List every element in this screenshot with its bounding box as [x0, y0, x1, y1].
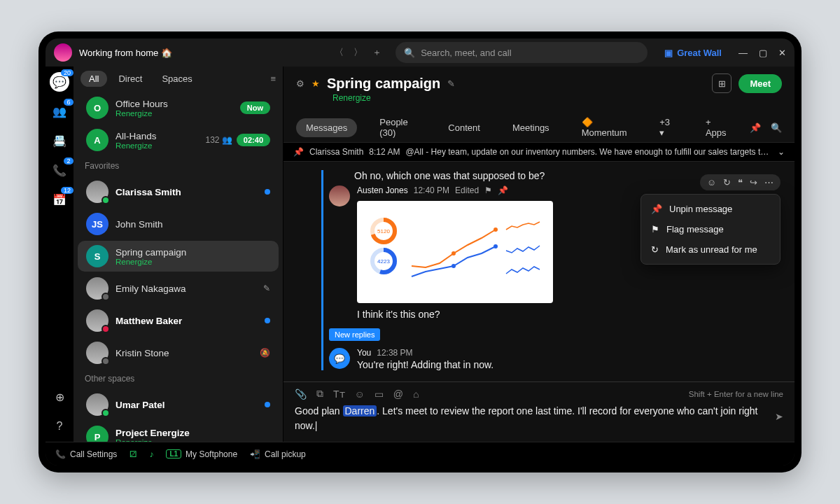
search-placeholder: Search, meet, and call	[421, 48, 511, 58]
space-tab[interactable]: People (30)	[370, 113, 426, 142]
sidebar-item[interactable]: JSJohn Smith	[78, 209, 279, 239]
reaction-icon[interactable]: ❝	[738, 177, 743, 188]
filter-icon[interactable]: ≡	[270, 74, 276, 84]
sidebar-tab-all[interactable]: All	[80, 71, 107, 87]
chart-attachment[interactable]: 5120 4223	[357, 201, 553, 303]
space-tab[interactable]: Meetings	[503, 118, 559, 137]
close-icon[interactable]: ✕	[778, 48, 786, 58]
reaction-icon[interactable]: ☺	[707, 177, 716, 188]
new-replies-badge[interactable]: New replies	[329, 328, 380, 341]
message-time: 12:38 PM	[377, 348, 412, 358]
apps-icon[interactable]: ⊞	[712, 74, 732, 93]
sidebar-tab-spaces[interactable]: Spaces	[153, 71, 200, 87]
avatar	[86, 181, 108, 203]
star-icon[interactable]: ★	[312, 78, 320, 89]
space-tab[interactable]: Messages	[296, 118, 357, 137]
format-icon[interactable]: Tᴛ	[333, 388, 345, 400]
pinned-author: Clarissa Smith	[309, 147, 363, 157]
softphone-button[interactable]: L1 My Softphone	[166, 449, 237, 459]
pinned-banner[interactable]: 📌 Clarissa Smith 8:12 AM @All - Hey team…	[284, 142, 794, 162]
nav-rail: 💬20👥6📇📞2📅12⊕?	[46, 66, 74, 442]
sidebar-item[interactable]: AAll-HandsRenergize132 👥02:40	[78, 125, 279, 155]
reaction-icon[interactable]: ↪	[750, 177, 757, 188]
search-icon: 🔍	[404, 48, 415, 58]
maximize-icon[interactable]: ▢	[759, 48, 767, 58]
search-input[interactable]: 🔍 Search, meet, and call	[396, 42, 648, 63]
audio-icon[interactable]: ♪	[149, 449, 153, 459]
avatar	[86, 277, 108, 300]
user-status[interactable]: Working from home 🏠	[79, 48, 172, 58]
nav-back-icon[interactable]: 〈	[335, 46, 344, 59]
unread-dot	[265, 318, 270, 323]
sidebar-item[interactable]: Kristin Stone🔕	[78, 337, 279, 368]
menu-icon: 📌	[651, 204, 662, 214]
screenshot-icon[interactable]: ⧉	[316, 388, 323, 400]
sidebar-item[interactable]: SSpring campaignRenergize	[78, 241, 279, 272]
attach-icon[interactable]: 📎	[295, 388, 307, 400]
self-avatar: 💬	[329, 348, 350, 369]
sidebar-tab-direct[interactable]: Direct	[110, 71, 150, 87]
user-avatar[interactable]	[54, 43, 72, 62]
reaction-icon[interactable]: ↻	[723, 177, 731, 188]
new-icon[interactable]: ＋	[372, 46, 382, 59]
avatar: P	[86, 426, 108, 442]
call-pickup-button[interactable]: 📲 Call pickup	[250, 449, 306, 459]
avatar: A	[86, 129, 108, 151]
item-name: Spring campaign	[115, 247, 263, 258]
pinned-time: 8:12 AM	[369, 147, 400, 157]
sidebar-item[interactable]: Matthew Baker	[78, 305, 279, 336]
message-author: Austen Jones	[357, 186, 408, 195]
section-label: Favorites	[74, 157, 283, 175]
mention-chip[interactable]: Darren	[343, 405, 377, 416]
teams-icon[interactable]: 👥6	[50, 102, 69, 121]
gif-icon[interactable]: ▭	[374, 388, 384, 400]
mention-icon[interactable]: @	[393, 388, 403, 400]
menu-item[interactable]: ⚑Flag message	[641, 219, 780, 239]
space-tab[interactable]: +3 ▾	[650, 113, 683, 142]
author-avatar[interactable]	[329, 186, 350, 206]
message-text: You're right! Adding that in now.	[357, 359, 782, 370]
org-icon: ▣	[664, 48, 673, 58]
space-header: ⚙ ★ Spring campaign ✎ ⊞ Meet Renergize M…	[284, 66, 794, 142]
bottom-bar: 📞 Call Settings ⚂ ♪ L1 My Softphone 📲 Ca…	[46, 442, 794, 465]
send-icon[interactable]: ➤	[775, 410, 783, 424]
org-switcher[interactable]: ▣ Great Wall	[664, 48, 722, 58]
nav-forward-icon[interactable]: 〉	[354, 46, 363, 59]
avatar: O	[86, 97, 108, 119]
minimize-icon[interactable]: —	[738, 48, 748, 58]
sidebar-tabs: AllDirectSpaces≡	[74, 66, 283, 91]
composer-input[interactable]: Good plan Darren. Let's meet to review t…	[295, 404, 783, 433]
sidebar-item[interactable]: Umar Patel	[78, 389, 279, 420]
edit-icon[interactable]: ✎	[447, 78, 455, 89]
call-settings-button[interactable]: 📞 Call Settings	[55, 449, 117, 459]
chevron-down-icon[interactable]: ⌄	[778, 147, 785, 157]
item-name: Kristin Stone	[115, 348, 253, 358]
calendar-icon[interactable]: 📅12	[50, 190, 69, 209]
sidebar-item[interactable]: Emily Nakagawa✎	[78, 273, 279, 304]
chat-icon[interactable]: 💬20	[50, 72, 69, 92]
bitmoji-icon[interactable]: ⌂	[413, 388, 419, 400]
search-space-icon[interactable]: 🔍	[771, 122, 782, 133]
gear-icon[interactable]: ⚙	[296, 78, 304, 89]
menu-item[interactable]: ↻Mark as unread for me	[641, 239, 780, 260]
contacts-icon[interactable]: 📇	[50, 131, 69, 150]
calls-icon[interactable]: 📞2	[50, 160, 69, 180]
message[interactable]: 💬 You 12:38 PM You're right! Adding that…	[329, 348, 782, 370]
dialpad-icon[interactable]: ⚂	[130, 449, 136, 459]
sidebar-item[interactable]: OOffice HoursRenergizeNow	[78, 92, 279, 123]
pin-list-icon[interactable]: 📌	[750, 122, 761, 133]
meet-button[interactable]: Meet	[738, 74, 782, 93]
tablet-frame: Working from home 🏠 〈 〉 ＋ 🔍 Search, meet…	[38, 31, 802, 472]
menu-item[interactable]: 📌Unpin message	[641, 199, 780, 219]
item-name: All-Hands	[115, 131, 199, 141]
reaction-bar: ☺↻❝↪⋯	[700, 174, 780, 190]
space-tab[interactable]: + Apps	[696, 113, 737, 142]
sidebar-item[interactable]: PProject EnergizeRenergize	[78, 421, 279, 442]
space-tab[interactable]: Content	[438, 118, 490, 137]
space-tab[interactable]: 🔶 Momentum	[572, 113, 638, 142]
sidebar-item[interactable]: Clarissa Smith	[78, 176, 279, 207]
help-icon[interactable]: ?	[50, 416, 69, 436]
emoji-icon[interactable]: ☺	[355, 388, 365, 400]
apps-icon[interactable]: ⊕	[50, 387, 69, 407]
reaction-icon[interactable]: ⋯	[764, 177, 774, 188]
